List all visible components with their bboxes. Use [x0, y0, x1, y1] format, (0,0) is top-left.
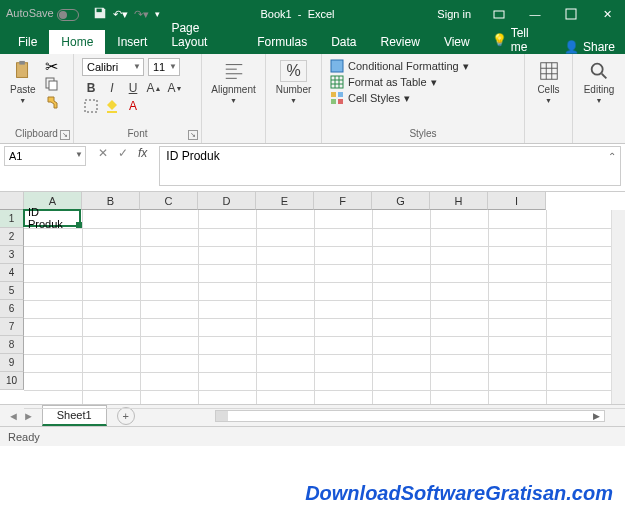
autosave-label: AutoSave: [0, 7, 85, 20]
format-painter-icon[interactable]: [42, 94, 62, 110]
share-button[interactable]: 👤Share: [554, 40, 625, 54]
clipboard-dialog-launcher[interactable]: ↘: [60, 130, 70, 140]
undo-icon[interactable]: ↶▾: [113, 8, 128, 21]
chevron-down-icon: ▼: [133, 62, 141, 71]
bold-button[interactable]: B: [82, 79, 100, 97]
font-size-select[interactable]: 11▼: [148, 58, 180, 76]
share-icon: 👤: [564, 40, 579, 54]
svg-rect-3: [16, 63, 27, 78]
ribbon-display-icon[interactable]: [481, 0, 517, 28]
underline-button[interactable]: U: [124, 79, 142, 97]
svg-rect-10: [331, 76, 343, 88]
row-header[interactable]: 4: [0, 264, 24, 282]
number-format-button[interactable]: % Number▼: [274, 58, 313, 106]
horizontal-scrollbar[interactable]: ▶: [215, 410, 605, 422]
group-label-font: Font: [82, 128, 193, 141]
chevron-down-icon: ▼: [169, 62, 177, 71]
tab-formulas[interactable]: Formulas: [245, 30, 319, 54]
svg-rect-8: [107, 111, 117, 113]
formula-bar[interactable]: ID Produk⌃: [159, 146, 621, 186]
row-header[interactable]: 7: [0, 318, 24, 336]
sign-in-link[interactable]: Sign in: [427, 8, 481, 20]
svg-rect-1: [494, 11, 504, 18]
column-header[interactable]: B: [82, 192, 140, 210]
conditional-formatting-icon: [330, 59, 344, 73]
minimize-icon[interactable]: —: [517, 0, 553, 28]
alignment-button[interactable]: Alignment▼: [210, 58, 257, 106]
tab-file[interactable]: File: [6, 30, 49, 54]
name-box[interactable]: A1▼: [4, 146, 86, 166]
row-header[interactable]: 6: [0, 300, 24, 318]
scroll-right-icon[interactable]: ▶: [593, 411, 600, 421]
font-name-select[interactable]: Calibri▼: [82, 58, 144, 76]
svg-rect-9: [331, 60, 343, 72]
column-header[interactable]: G: [372, 192, 430, 210]
group-label-clipboard: Clipboard: [8, 128, 65, 141]
fx-icon[interactable]: fx: [138, 146, 147, 160]
cancel-formula-icon[interactable]: ✕: [98, 146, 108, 160]
add-sheet-button[interactable]: +: [117, 407, 135, 425]
cut-icon[interactable]: ✂: [42, 58, 62, 74]
tab-home[interactable]: Home: [49, 30, 105, 54]
row-header[interactable]: 10: [0, 372, 24, 390]
row-header[interactable]: 1: [0, 210, 24, 228]
tab-view[interactable]: View: [432, 30, 482, 54]
row-header[interactable]: 9: [0, 354, 24, 372]
tab-data[interactable]: Data: [319, 30, 368, 54]
svg-rect-14: [338, 99, 343, 104]
autosave-toggle[interactable]: [57, 9, 79, 21]
alignment-icon: [223, 60, 245, 82]
italic-button[interactable]: I: [103, 79, 121, 97]
close-icon[interactable]: ✕: [589, 0, 625, 28]
svg-rect-0: [96, 9, 101, 13]
row-header[interactable]: 8: [0, 336, 24, 354]
tab-pagelayout[interactable]: Page Layout: [159, 16, 245, 54]
column-header[interactable]: H: [430, 192, 488, 210]
font-color-icon[interactable]: A: [124, 97, 142, 115]
row-header[interactable]: 5: [0, 282, 24, 300]
decrease-font-icon[interactable]: A▼: [166, 79, 184, 97]
select-all-corner[interactable]: [0, 192, 24, 210]
sheet-nav-prev-icon[interactable]: ◄: [8, 410, 19, 422]
tab-insert[interactable]: Insert: [105, 30, 159, 54]
maximize-icon[interactable]: [553, 0, 589, 28]
row-header[interactable]: 2: [0, 228, 24, 246]
group-label-styles: Styles: [330, 128, 516, 141]
save-icon[interactable]: [93, 6, 107, 22]
format-as-table-button[interactable]: Format as Table ▾: [330, 74, 516, 90]
enter-formula-icon[interactable]: ✓: [118, 146, 128, 160]
editing-button[interactable]: Editing▼: [581, 58, 617, 106]
lightbulb-icon: 💡: [492, 33, 507, 47]
cell-styles-icon: [330, 91, 344, 105]
column-header[interactable]: E: [256, 192, 314, 210]
conditional-formatting-button[interactable]: Conditional Formatting ▾: [330, 58, 516, 74]
vertical-scrollbar[interactable]: [611, 210, 625, 404]
svg-rect-2: [566, 9, 576, 19]
svg-rect-6: [49, 81, 57, 90]
column-header[interactable]: I: [488, 192, 546, 210]
active-cell[interactable]: ID Produk: [23, 209, 81, 227]
paste-button[interactable]: Paste▼: [8, 58, 38, 106]
cells-icon: [538, 60, 560, 82]
percent-icon: %: [280, 60, 306, 82]
expand-formula-bar-icon[interactable]: ⌃: [608, 151, 616, 162]
sheet-nav-next-icon[interactable]: ►: [23, 410, 34, 422]
borders-icon[interactable]: [82, 97, 100, 115]
tab-review[interactable]: Review: [369, 30, 432, 54]
row-header[interactable]: 3: [0, 246, 24, 264]
cell-styles-button[interactable]: Cell Styles ▾: [330, 90, 516, 106]
tell-me-search[interactable]: 💡Tell me: [482, 26, 554, 54]
copy-icon[interactable]: [42, 76, 62, 92]
svg-rect-7: [85, 100, 97, 112]
redo-icon[interactable]: ↷▾: [134, 8, 149, 21]
increase-font-icon[interactable]: A▲: [145, 79, 163, 97]
font-dialog-launcher[interactable]: ↘: [188, 130, 198, 140]
spreadsheet-grid[interactable]: 12345678910 ABCDEFGHI ID Produk: [0, 192, 625, 404]
cells-button[interactable]: Cells▼: [533, 58, 564, 106]
svg-rect-11: [331, 92, 336, 97]
fill-color-icon[interactable]: [103, 97, 121, 115]
svg-rect-13: [331, 99, 336, 104]
column-header[interactable]: F: [314, 192, 372, 210]
column-header[interactable]: C: [140, 192, 198, 210]
column-header[interactable]: D: [198, 192, 256, 210]
